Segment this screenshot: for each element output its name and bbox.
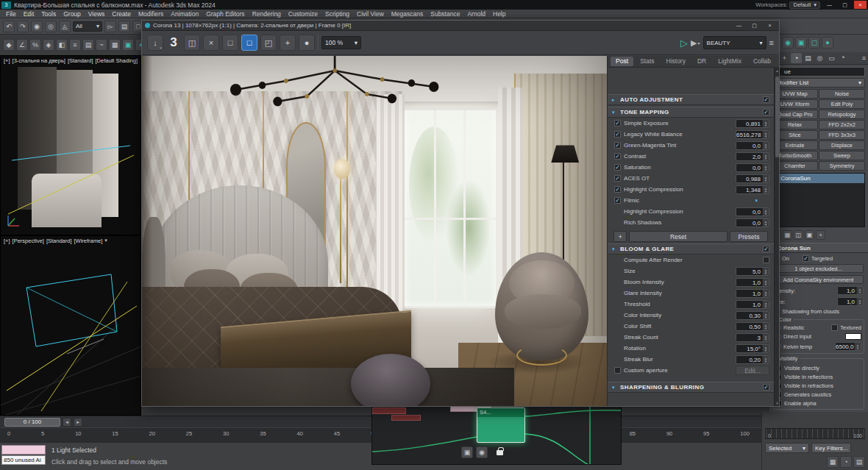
minimize-button[interactable]: —	[823, 1, 836, 9]
save-render-icon[interactable]: ↓ ▾	[147, 35, 163, 51]
exclude-objects-button[interactable]: 1 object excluded...	[773, 264, 864, 273]
section-bloom-glare[interactable]: ▾ BLOOM & GLARE ✓	[608, 243, 774, 254]
menu-item[interactable]: Tools	[38, 10, 60, 18]
parameter-value[interactable]: 0,891	[736, 120, 762, 127]
parameter-checkbox[interactable]: ✓	[614, 120, 621, 127]
visibility-checkbox-row[interactable]: Enable alpha	[775, 400, 861, 407]
parameter-checkbox[interactable]: ✓	[614, 186, 621, 193]
parameter-checkbox[interactable]: ✓	[614, 175, 621, 182]
node-editor-window[interactable]: S4... ▣◉	[371, 404, 622, 465]
menu-item[interactable]: Substance	[427, 10, 463, 18]
select-by-name-icon[interactable]: ▤	[118, 21, 130, 32]
modifier-button[interactable]: Sweep	[819, 151, 865, 160]
menu-item[interactable]: Help	[489, 10, 509, 18]
spinner-arrows-icon[interactable]: ▴▾	[762, 142, 769, 149]
maximize-button[interactable]: ▢	[839, 1, 851, 9]
color-swatch[interactable]	[845, 333, 861, 340]
layer-manager-icon[interactable]: ▤	[82, 39, 94, 51]
parameter-spinner[interactable]: 1,348 ▴▾	[736, 185, 769, 194]
compute-checkbox[interactable]	[763, 257, 769, 263]
modifier-button[interactable]: FFD 2x2x2	[819, 120, 865, 129]
parameter-spinner[interactable]: 0,0 ▴▾	[736, 163, 769, 172]
render-element-dropdown[interactable]: BEAUTY ▾	[703, 36, 766, 49]
snap-toggle-icon[interactable]: ◆	[3, 39, 15, 51]
time-config-icon[interactable]: ◔	[840, 456, 852, 468]
viewport-camera[interactable]: [+] [3-спальня на дверь] [Standard] [Def…	[0, 55, 141, 235]
section-sharpening[interactable]: ▾ SHARPENING & BLURRING ✓	[608, 382, 774, 393]
vfb-titlebar[interactable]: Corona 13 | 1078×762px (1:1) | Camera: 2…	[142, 21, 779, 31]
menu-item[interactable]: File	[2, 10, 20, 18]
section-checkbox[interactable]: ✓	[763, 246, 769, 252]
parameter-spinner[interactable]: 6516,278 ▴▾	[736, 130, 769, 139]
select-and-link-icon[interactable]: ◉	[31, 21, 43, 32]
parameter-value[interactable]: 5,0	[736, 268, 762, 275]
viewport-camera-name[interactable]: [3-спальня на дверь]	[13, 57, 65, 64]
render-frame-icon[interactable]: ▢	[808, 37, 820, 49]
motion-tab-icon[interactable]: ◎	[814, 53, 825, 63]
show-end-result-icon[interactable]: ▦	[783, 230, 792, 240]
modifier-button[interactable]: Symmetry	[819, 161, 865, 171]
close-button[interactable]: ×	[854, 1, 867, 9]
parameter-spinner[interactable]: 1,0 ▴▾	[736, 289, 769, 298]
spinner-arrows-icon[interactable]: ▴▾	[762, 345, 769, 352]
stack-item-selected[interactable]: ● CoronaSun	[772, 174, 864, 183]
section-checkbox[interactable]: ✓	[763, 384, 769, 391]
spinner-arrows-icon[interactable]: ▴▾	[762, 131, 769, 138]
viewport-menu-plus[interactable]: [+]	[4, 238, 10, 244]
viewport-style[interactable]: [Standard]	[46, 238, 72, 244]
visibility-checkbox-row[interactable]: ✓ Visible in reflections	[775, 374, 861, 380]
utilities-tab-icon[interactable]: *	[838, 53, 849, 63]
modifier-button[interactable]: Edit Poly	[819, 99, 865, 109]
curve-editor-icon[interactable]: ~	[96, 39, 107, 51]
time-slider-handle[interactable]: 0 / 100	[4, 418, 60, 427]
render-icon[interactable]: ▶ ▾	[691, 38, 700, 48]
spinner-snap-icon[interactable]: ◈	[43, 39, 54, 51]
section-checkbox[interactable]: ✓	[763, 96, 769, 103]
viewport-shading[interactable]: [Default Shading]	[95, 57, 138, 64]
parameter-spinner[interactable]: 2,0 ▴▾	[736, 152, 769, 161]
spinner-arrows-icon[interactable]: ▴▾	[762, 268, 769, 275]
angle-snap-icon[interactable]: ∠	[16, 39, 28, 51]
parameter-value[interactable]: 1,348	[736, 186, 762, 193]
section-auto-adjustment[interactable]: ▸ AUTO ADJUSTMENT ✓	[608, 94, 774, 105]
spinner-arrows-icon[interactable]: ▴▾	[856, 287, 863, 294]
vfb-tab[interactable]: DR	[692, 57, 711, 66]
schematic-view-icon[interactable]: ▦	[109, 39, 121, 51]
unlink-selection-icon[interactable]: ◎	[45, 21, 57, 32]
select-object-icon[interactable]: ▻	[104, 21, 116, 32]
viewport-style[interactable]: [Standard]	[68, 57, 93, 64]
parameter-spinner[interactable]: 0,0 ▴▾	[736, 218, 769, 227]
viewport-shading[interactable]: [Wireframe]	[74, 238, 103, 244]
kelvin-spinner[interactable]: 6500,0 ▴▾	[835, 342, 861, 351]
render-region-icon[interactable]: □	[222, 35, 238, 51]
stop-render-icon[interactable]: ●	[299, 35, 315, 51]
menu-item[interactable]: Customize	[285, 10, 321, 18]
parameter-value[interactable]: 0,30	[736, 312, 762, 319]
object-name-field[interactable]: ue	[772, 67, 865, 76]
reset-button[interactable]: Reset	[629, 231, 728, 242]
vfb-tab[interactable]: Stats	[635, 57, 659, 66]
spinner-arrows-icon[interactable]: ▴▾	[762, 219, 769, 227]
menu-icon[interactable]: ≡	[862, 54, 866, 62]
parameter-value[interactable]: 6516,278	[736, 131, 762, 138]
fit-region-icon[interactable]: ◰	[260, 35, 277, 51]
zoom-dropdown[interactable]: 100 % ▾	[321, 36, 361, 49]
maximize-icon[interactable]: ▢	[748, 22, 761, 29]
chevron-down-icon[interactable]: ▾	[755, 198, 769, 204]
workspaces-dropdown[interactable]: Default ▾	[789, 1, 820, 9]
menu-item[interactable]: Megascans	[388, 10, 427, 18]
visibility-checkbox-row[interactable]: ✓ Generates caustics	[775, 391, 861, 398]
menu-item[interactable]: Animation	[167, 10, 202, 18]
vfb-tab[interactable]: History	[661, 57, 691, 66]
add-coronasky-button[interactable]: Add CoronaSky environment	[773, 275, 864, 284]
spinner-arrows-icon[interactable]: ▴▾	[762, 312, 769, 319]
scrollbar[interactable]: ▴ ▾	[774, 68, 779, 406]
vfb-tab[interactable]: Collab	[748, 57, 776, 66]
parameter-spinner[interactable]: 5,0 ▴▾	[736, 267, 769, 276]
spinner-arrows-icon[interactable]: ▴▾	[854, 343, 861, 350]
clear-image-icon[interactable]: ×	[203, 35, 219, 51]
visibility-checkbox-row[interactable]: ✓ Visible in refractions	[775, 382, 861, 389]
menu-item[interactable]: Group	[60, 10, 85, 18]
selection-filter-dropdown[interactable]: All ▾	[73, 21, 102, 32]
render-setup-icon[interactable]: ▣	[795, 37, 807, 49]
